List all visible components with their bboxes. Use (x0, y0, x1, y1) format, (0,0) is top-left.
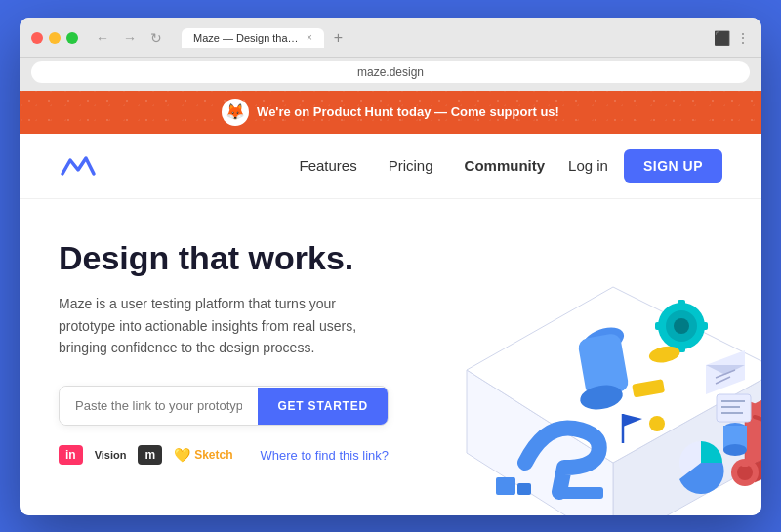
svg-rect-13 (655, 322, 665, 330)
hero-section: Design that works. Maze is a user testin… (20, 199, 761, 515)
forward-button[interactable]: → (119, 28, 141, 48)
url-bar[interactable]: maze.design (31, 61, 750, 83)
hero-logos: in Vision m 💛 Sketch Where to find this … (59, 445, 389, 465)
page-content: 🦊 We're on Product Hunt today — Come sup… (20, 91, 761, 515)
traffic-lights (31, 32, 78, 44)
nav-links: Features Pricing Community (299, 157, 545, 175)
hero-left: Design that works. Maze is a user testin… (20, 199, 428, 515)
sketch-logo: 💛 Sketch (174, 447, 232, 463)
menu-icon[interactable]: ⋮ (736, 30, 750, 46)
banner-message: We're on Product Hunt today — Come suppo… (257, 104, 559, 119)
svg-rect-30 (741, 461, 749, 467)
hero-description: Maze is a user testing platform that tur… (59, 293, 371, 358)
hero-right (428, 199, 761, 515)
invision-label: Vision (95, 449, 127, 461)
hero-illustration (428, 199, 761, 515)
logo-icon (59, 154, 98, 178)
logo[interactable] (59, 154, 98, 178)
tab-bar: Maze — Design that works. × + (182, 27, 702, 49)
browser-chrome: ← → ↻ Maze — Design that works. × + ⬛ ⋮ (20, 18, 761, 58)
sketch-label: Sketch (194, 448, 232, 462)
new-tab-button[interactable]: + (328, 27, 349, 49)
svg-rect-36 (496, 477, 515, 495)
nav-item-community[interactable]: Community (465, 157, 546, 175)
nav-item-pricing[interactable]: Pricing (389, 157, 433, 175)
nav-item-features[interactable]: Features (299, 157, 356, 175)
hero-title: Design that works. (59, 238, 389, 278)
maximize-button[interactable] (66, 32, 78, 44)
tab-title: Maze — Design that works. (193, 32, 301, 44)
browser-controls: ← → ↻ (92, 28, 166, 48)
invision-logo: in (59, 445, 83, 465)
marvel-logo: m (138, 445, 162, 465)
where-link[interactable]: Where to find this link? (260, 448, 389, 463)
refresh-button[interactable]: ↻ (146, 28, 166, 48)
login-link[interactable]: Log in (568, 157, 608, 174)
mascot-emoji: 🦊 (226, 102, 245, 121)
banner-mascot: 🦊 (222, 99, 249, 126)
sketch-icon: 💛 (174, 447, 190, 463)
tab-close-icon[interactable]: × (307, 32, 312, 43)
hero-input-row: GET STARTED (59, 386, 389, 426)
url-bar-row: maze.design (20, 58, 761, 91)
browser-window: ← → ↻ Maze — Design that works. × + ⬛ ⋮ … (20, 18, 761, 515)
active-tab[interactable]: Maze — Design that works. × (182, 28, 324, 48)
nav-link-pricing[interactable]: Pricing (389, 157, 433, 174)
svg-point-27 (723, 444, 747, 456)
signup-button[interactable]: SIGN UP (624, 149, 722, 183)
extensions-icon[interactable]: ⬛ (714, 30, 730, 46)
svg-rect-14 (698, 322, 708, 330)
back-button[interactable]: ← (92, 28, 113, 48)
promo-banner[interactable]: 🦊 We're on Product Hunt today — Come sup… (20, 91, 761, 134)
nav-link-features[interactable]: Features (299, 157, 356, 174)
nav-link-community[interactable]: Community (465, 157, 546, 174)
svg-rect-37 (517, 483, 531, 495)
svg-point-10 (674, 318, 689, 334)
close-button[interactable] (31, 32, 43, 44)
get-started-button[interactable]: GET STARTED (258, 388, 388, 425)
minimize-button[interactable] (49, 32, 61, 44)
svg-point-31 (649, 416, 665, 431)
prototype-link-input[interactable] (60, 387, 258, 425)
svg-rect-32 (717, 394, 751, 422)
browser-actions: ⬛ ⋮ (714, 30, 750, 46)
svg-rect-21 (555, 487, 603, 499)
navbar: Features Pricing Community Log in SIGN U… (20, 134, 761, 199)
svg-point-29 (737, 465, 753, 480)
svg-rect-11 (678, 300, 685, 309)
